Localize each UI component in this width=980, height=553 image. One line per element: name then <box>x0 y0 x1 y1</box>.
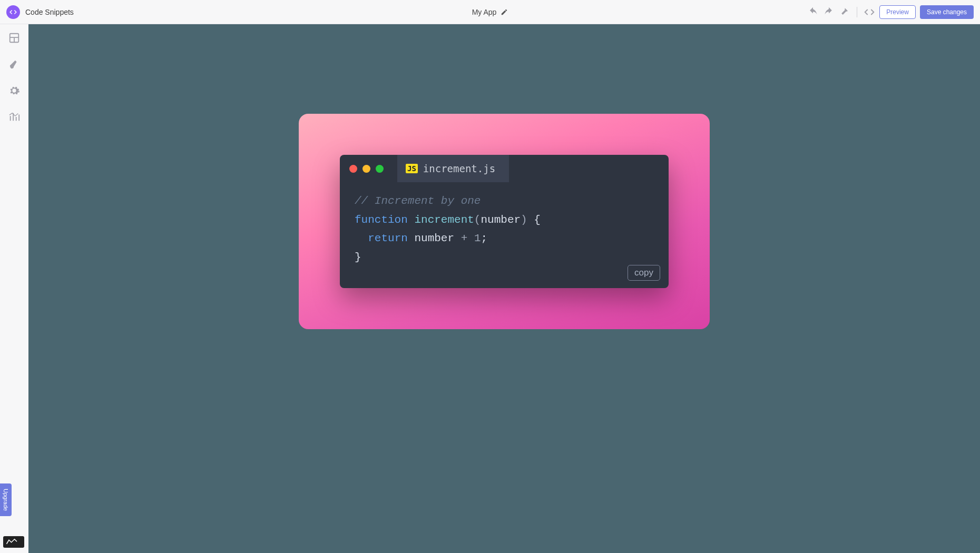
preview-button[interactable]: Preview <box>879 5 916 19</box>
code-body[interactable]: // Increment by one function increment(n… <box>340 182 669 288</box>
brush-icon[interactable] <box>8 58 21 71</box>
snippet-card[interactable]: JS increment.js // Increment by one func… <box>299 114 710 329</box>
edit-app-name-icon[interactable] <box>501 8 508 16</box>
code-comment: // Increment by one <box>355 195 481 207</box>
gear-icon[interactable] <box>8 84 21 97</box>
traffic-minimize-icon <box>362 165 370 173</box>
undo-icon[interactable] <box>807 6 819 18</box>
page-title: Code Snippets <box>25 8 74 16</box>
code-number: 1 <box>474 232 481 244</box>
layout-icon[interactable] <box>8 32 21 44</box>
traffic-close-icon <box>349 165 357 173</box>
code-param: number <box>481 214 521 226</box>
code-operator: + <box>461 232 468 244</box>
code-paren-close: ) <box>521 214 527 226</box>
filename-label: increment.js <box>423 163 495 174</box>
app-logo-icon[interactable] <box>6 5 20 19</box>
code-function-name: increment <box>414 214 474 226</box>
code-keyword-return: return <box>368 232 408 244</box>
brand-badge-icon[interactable] <box>3 536 24 548</box>
app-name: My App <box>472 8 497 16</box>
hammer-icon[interactable] <box>839 6 850 18</box>
code-keyword-function: function <box>355 214 408 226</box>
code-paren-open: ( <box>474 214 481 226</box>
canvas-area[interactable]: JS increment.js // Increment by one func… <box>28 24 980 553</box>
traffic-zoom-icon <box>376 165 384 173</box>
redo-icon[interactable] <box>823 6 835 18</box>
toolbar-divider <box>857 7 857 17</box>
file-tab[interactable]: JS increment.js <box>397 155 509 182</box>
code-brace-open: { <box>527 214 541 226</box>
save-changes-button[interactable]: Save changes <box>920 5 974 19</box>
code-semicolon: ; <box>481 232 488 244</box>
code-expr: number <box>408 232 461 244</box>
code-indent <box>355 232 368 244</box>
copy-button[interactable]: copy <box>628 265 660 281</box>
code-window: JS increment.js // Increment by one func… <box>340 155 669 288</box>
code-brace-close: } <box>355 251 361 263</box>
js-file-icon: JS <box>406 164 418 173</box>
code-view-icon[interactable] <box>864 6 875 18</box>
analytics-icon[interactable] <box>8 111 21 123</box>
code-space <box>467 232 474 244</box>
upgrade-button[interactable]: Upgrade <box>0 483 12 516</box>
